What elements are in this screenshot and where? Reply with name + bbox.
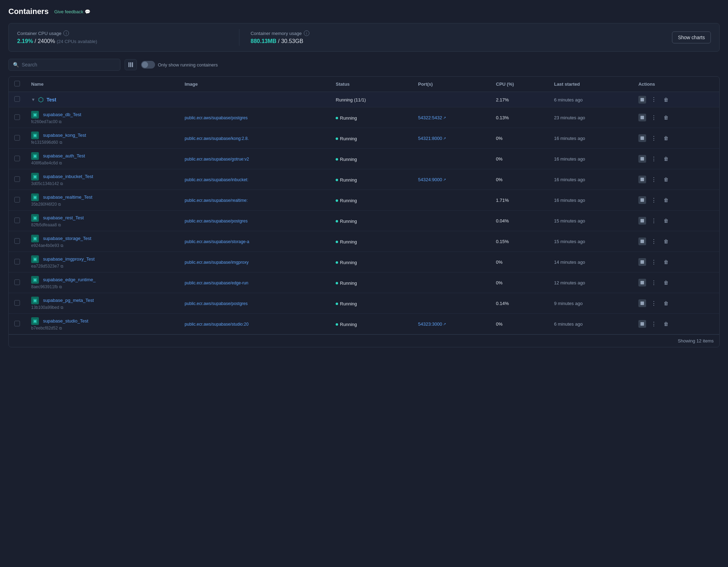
port-link[interactable]: 54323:3000 ↗ xyxy=(418,321,485,327)
delete-button[interactable]: 🗑 xyxy=(662,175,671,184)
delete-button[interactable]: 🗑 xyxy=(662,134,671,142)
delete-button[interactable]: 🗑 xyxy=(662,278,671,287)
more-button[interactable]: ⋮ xyxy=(649,237,659,246)
row-status-cell: Running xyxy=(330,211,412,231)
row-checkbox[interactable] xyxy=(14,156,20,161)
row-checkbox[interactable] xyxy=(14,279,20,285)
stop-button[interactable] xyxy=(638,155,646,163)
status-badge: Running xyxy=(336,322,357,327)
container-name-link[interactable]: supabase_edge_runtime_ xyxy=(43,277,96,282)
more-button[interactable]: ⋮ xyxy=(649,278,659,288)
stop-button[interactable] xyxy=(638,114,646,121)
stop-button[interactable] xyxy=(638,258,646,266)
delete-button[interactable]: 🗑 xyxy=(662,113,671,122)
copy-id-icon[interactable]: ⧉ xyxy=(61,264,63,269)
copy-id-icon[interactable]: ⧉ xyxy=(59,120,62,124)
stop-button[interactable] xyxy=(638,238,646,245)
copy-id-icon[interactable]: ⧉ xyxy=(59,161,62,165)
group-stop-button[interactable] xyxy=(638,96,646,104)
row-checkbox[interactable] xyxy=(14,197,20,203)
copy-id-icon[interactable]: ⧉ xyxy=(61,243,63,248)
group-actions-cell: ⋮ 🗑 xyxy=(633,92,719,107)
select-all-checkbox[interactable] xyxy=(14,81,20,86)
search-box[interactable]: 🔍 xyxy=(8,59,120,71)
row-last-started-cell: 12 minutes ago xyxy=(548,272,633,293)
delete-button[interactable]: 🗑 xyxy=(662,258,671,266)
memory-info-icon[interactable]: i xyxy=(304,30,309,36)
more-button[interactable]: ⋮ xyxy=(649,134,659,143)
delete-button[interactable]: 🗑 xyxy=(662,237,671,246)
copy-id-icon[interactable]: ⧉ xyxy=(58,223,61,227)
more-button[interactable]: ⋮ xyxy=(649,175,659,184)
more-button[interactable]: ⋮ xyxy=(649,319,659,329)
container-name-link[interactable]: supabase_imgproxy_Test xyxy=(43,256,94,262)
columns-button[interactable] xyxy=(125,59,137,70)
search-input[interactable] xyxy=(22,62,116,68)
stop-button[interactable] xyxy=(638,134,646,142)
stop-square-icon xyxy=(640,116,644,119)
container-image: public.ecr.aws/supabase/storage-a xyxy=(184,239,249,244)
container-name-link[interactable]: supabase_storage_Test xyxy=(43,236,91,241)
container-name-link[interactable]: supabase_realtime_Test xyxy=(43,194,92,200)
port-link[interactable]: 54322:5432 ↗ xyxy=(418,115,485,120)
more-button[interactable]: ⋮ xyxy=(649,299,659,308)
container-name-link[interactable]: supabase_kong_Test xyxy=(43,133,86,138)
more-button[interactable]: ⋮ xyxy=(649,154,659,164)
copy-id-icon[interactable]: ⧉ xyxy=(59,140,62,145)
container-name-link[interactable]: supabase_rest_Test xyxy=(43,215,84,220)
row-checkbox[interactable] xyxy=(14,218,20,223)
port-link[interactable]: 54321:8000 ↗ xyxy=(418,136,485,141)
group-checkbox[interactable] xyxy=(14,96,20,102)
status-dot xyxy=(336,241,338,243)
more-button[interactable]: ⋮ xyxy=(649,113,659,122)
col-header-status: Status xyxy=(330,77,412,92)
container-name-link[interactable]: supabase_auth_Test xyxy=(43,153,85,158)
row-checkbox[interactable] xyxy=(14,300,20,306)
row-checkbox[interactable] xyxy=(14,259,20,264)
row-last-started-cell: 9 minutes ago xyxy=(548,293,633,314)
row-actions-cell: ⋮ 🗑 xyxy=(633,252,719,272)
running-only-toggle[interactable] xyxy=(141,61,155,69)
container-name-link[interactable]: supabase_studio_Test xyxy=(43,318,88,324)
row-last-started-cell: 16 minutes ago xyxy=(548,169,633,190)
row-checkbox[interactable] xyxy=(14,176,20,182)
delete-button[interactable]: 🗑 xyxy=(662,155,671,163)
port-link[interactable]: 54324:9000 ↗ xyxy=(418,177,485,182)
stop-button[interactable] xyxy=(638,217,646,225)
stop-button[interactable] xyxy=(638,320,646,328)
delete-button[interactable]: 🗑 xyxy=(662,320,671,328)
give-feedback-link[interactable]: Give feedback 💬 xyxy=(54,9,90,14)
group-chevron-icon[interactable]: ▼ xyxy=(31,97,35,102)
copy-id-icon[interactable]: ⧉ xyxy=(60,182,63,186)
delete-button[interactable]: 🗑 xyxy=(662,217,671,225)
row-checkbox[interactable] xyxy=(14,321,20,326)
row-checkbox[interactable] xyxy=(14,238,20,244)
more-button[interactable]: ⋮ xyxy=(649,196,659,205)
status-dot xyxy=(336,179,338,181)
stop-button[interactable] xyxy=(638,299,646,307)
copy-id-icon[interactable]: ⧉ xyxy=(59,285,62,289)
copy-id-icon[interactable]: ⧉ xyxy=(61,305,63,310)
stop-button[interactable] xyxy=(638,196,646,204)
copy-id-icon[interactable]: ⧉ xyxy=(59,326,62,331)
delete-button[interactable]: 🗑 xyxy=(662,299,671,307)
container-name-link[interactable]: supabase_db_Test xyxy=(43,112,81,117)
container-name-link[interactable]: supabase_inbucket_Test xyxy=(43,174,93,179)
show-charts-button[interactable]: Show charts xyxy=(672,31,711,43)
row-image-cell: public.ecr.aws/supabase/studio:20 xyxy=(179,314,330,334)
container-name-link[interactable]: supabase_pg_meta_Test xyxy=(43,298,94,303)
group-more-button[interactable]: ⋮ xyxy=(649,95,659,104)
row-checkbox[interactable] xyxy=(14,114,20,120)
more-button[interactable]: ⋮ xyxy=(649,257,659,267)
group-name-link[interactable]: Test xyxy=(47,97,56,102)
stop-button[interactable] xyxy=(638,176,646,183)
cpu-info-icon[interactable]: i xyxy=(63,30,69,36)
more-button[interactable]: ⋮ xyxy=(649,216,659,226)
group-delete-button[interactable]: 🗑 xyxy=(662,95,671,104)
row-actions-cell: ⋮ 🗑 xyxy=(633,149,719,169)
row-checkbox[interactable] xyxy=(14,135,20,141)
stop-button[interactable] xyxy=(638,279,646,286)
delete-button[interactable]: 🗑 xyxy=(662,196,671,204)
copy-id-icon[interactable]: ⧉ xyxy=(58,202,61,207)
col-header-actions: Actions xyxy=(633,77,719,92)
